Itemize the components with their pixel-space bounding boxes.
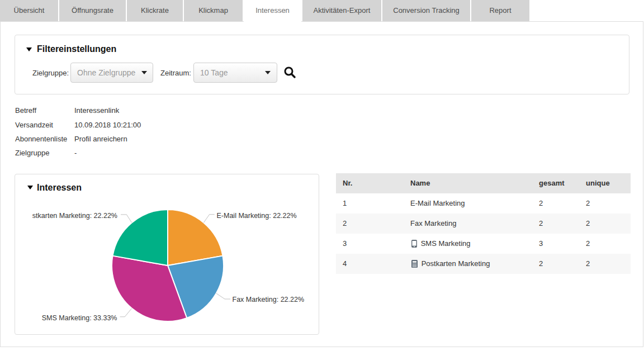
svg-text:Fax Marketing: 22.22%: Fax Marketing: 22.22% (233, 296, 305, 303)
svg-text:E-Mail Marketing: 22.22%: E-Mail Marketing: 22.22% (217, 212, 297, 220)
svg-text:SMS Marketing: 33.33%: SMS Marketing: 33.33% (42, 314, 117, 322)
svg-text:stkarten Marketing: 22.22%: stkarten Marketing: 22.22% (32, 212, 117, 220)
